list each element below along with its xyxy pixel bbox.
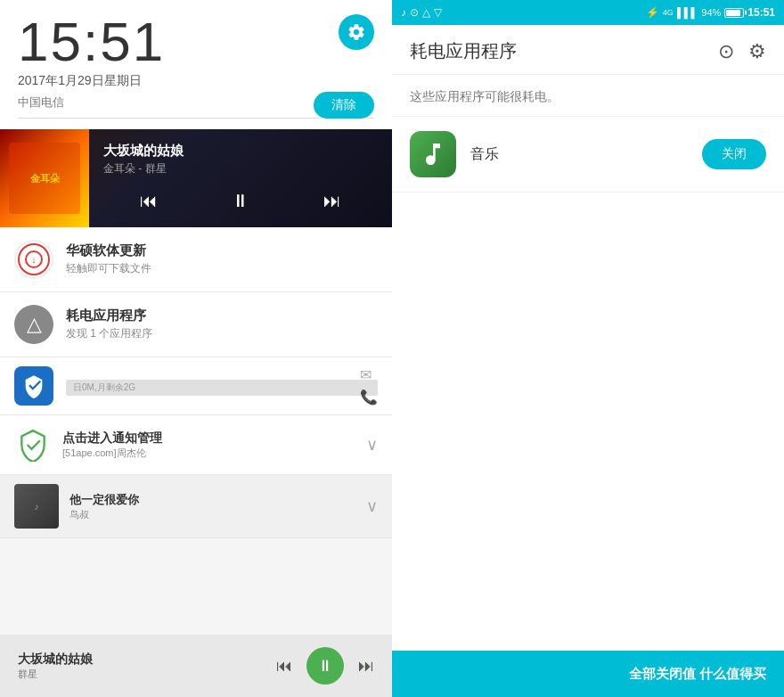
date-display: 2017年1月29日星期日	[18, 73, 374, 89]
bottom-next-button[interactable]: ⏭	[358, 657, 374, 676]
album-art	[0, 129, 89, 227]
shield-icon-wrap	[14, 426, 52, 463]
shield-status-icon: ▽	[434, 6, 442, 19]
app-header: 耗电应用程序 ⊙ ⚙	[392, 25, 784, 75]
tencent-content: 日0M,月剩余2G	[66, 376, 378, 396]
app-description: 这些应用程序可能很耗电。	[392, 75, 784, 117]
prev-button[interactable]: ⏮	[129, 187, 168, 215]
upload-status-icon: △	[422, 6, 430, 19]
left-top-section: 15:51 2017年1月29日星期日 中国电信 清除	[0, 0, 392, 129]
bottom-prev-button[interactable]: ⏮	[276, 657, 292, 676]
music-note-icon	[419, 140, 447, 168]
notif-mgmt-title: 点击进入通知管理	[62, 430, 355, 447]
music-title: 大坂城的姑娘	[103, 143, 378, 160]
notif-mgmt-text: 点击进入通知管理 [51ape.com]周杰伦	[62, 430, 355, 460]
bottom-song-artist: 群星	[18, 668, 265, 681]
asus-icon	[14, 240, 53, 279]
app-header-title: 耗电应用程序	[410, 39, 718, 63]
song-title: 他一定很爱你	[69, 492, 355, 508]
asus-notification[interactable]: 华硕软体更新 轻触即可下载文件	[0, 227, 392, 292]
battery-fill	[726, 10, 740, 16]
asus-notif-title: 华硕软体更新	[66, 242, 378, 259]
bottom-controls: ⏮ ⏸ ⏭	[276, 647, 374, 685]
bottom-song-info: 大坂城的姑娘 群星	[18, 652, 265, 681]
next-button[interactable]: ⏭	[313, 187, 352, 215]
music-artist: 金耳朵 - 群星	[103, 161, 378, 176]
shield-v-icon	[21, 373, 46, 398]
song-artist-text: 鸟叔	[69, 508, 355, 521]
song-thumbnail: ♪	[14, 484, 59, 529]
app-item-music: 音乐 关闭	[392, 117, 784, 193]
battery-indicator	[724, 8, 744, 18]
play-icon: ⏸	[317, 657, 333, 676]
music-content: 大坂城的姑娘 金耳朵 - 群星 ⏮ ⏸ ⏭	[96, 129, 392, 227]
song-item[interactable]: ♪ 他一定很爱你 鸟叔 ∨	[0, 475, 392, 538]
notification-management[interactable]: 点击进入通知管理 [51ape.com]周杰伦 ∨	[0, 415, 392, 475]
chevron-down-icon: ∨	[366, 435, 378, 455]
clock-status-icon: ⊙	[410, 6, 419, 19]
status-right: ⚡ 4G ▌▌▌ 94% 15:51	[646, 6, 775, 19]
tencent-actions: ✉ 📞	[360, 366, 378, 406]
right-bottom-bar: 全部关闭值 什么值得买	[392, 651, 784, 697]
signal-bars: ▌▌▌	[677, 7, 698, 18]
tencent-icon	[14, 366, 53, 406]
status-bar: ♪ ⊙ △ ▽ ⚡ 4G ▌▌▌ 94% 15:51	[392, 0, 784, 25]
clear-button[interactable]: 清除	[314, 92, 374, 119]
status-time: 15:51	[747, 6, 775, 19]
status-left: ♪ ⊙ △ ▽	[401, 6, 442, 19]
music-note-status-icon: ♪	[401, 6, 406, 19]
battery-notif-title: 耗电应用程序	[66, 308, 378, 324]
asus-notif-subtitle: 轻触即可下载文件	[66, 261, 378, 276]
asus-notif-text: 华硕软体更新 轻触即可下载文件	[66, 242, 378, 276]
gear-icon	[347, 22, 366, 42]
asus-arrow	[25, 250, 43, 268]
song-info: 他一定很爱你 鸟叔	[69, 492, 355, 521]
battery-notif-icon: △	[14, 305, 53, 344]
music-controls: ⏮ ⏸ ⏭	[103, 187, 378, 215]
network-indicator: 4G	[663, 8, 674, 17]
phone-icon[interactable]: 📞	[360, 389, 378, 406]
history-icon-button[interactable]: ⊙	[718, 40, 734, 63]
app-name-text: 音乐	[470, 145, 688, 164]
tencent-notification[interactable]: 日0M,月剩余2G ✉ 📞	[0, 357, 392, 415]
bottom-bar-text: 全部关闭值 什么值得买	[629, 666, 766, 683]
close-app-button[interactable]: 关闭	[702, 139, 766, 169]
settings-icon-button-right[interactable]: ⚙	[748, 40, 766, 63]
pause-button[interactable]: ⏸	[221, 187, 260, 215]
mail-icon[interactable]: ✉	[360, 366, 378, 383]
right-content-spacer	[392, 193, 784, 651]
bottom-song-title: 大坂城的姑娘	[18, 652, 265, 668]
battery-notif-text: 耗电应用程序 发现 1 个应用程序	[66, 308, 378, 341]
song-chevron-icon: ∨	[366, 496, 378, 516]
divider	[18, 118, 374, 119]
music-notification[interactable]: 大坂城的姑娘 金耳朵 - 群星 ⏮ ⏸ ⏭	[0, 129, 392, 227]
tencent-bar: 日0M,月剩余2G	[66, 380, 378, 396]
left-bottom-bar: 大坂城的姑娘 群星 ⏮ ⏸ ⏭	[0, 635, 392, 697]
time-display: 15:51	[18, 14, 374, 70]
battery-bar	[724, 8, 744, 18]
bluetooth-status-icon: ⚡	[646, 6, 659, 19]
shield-icon	[16, 428, 50, 462]
tencent-bar-text: 日0M,月剩余2G	[73, 381, 135, 394]
music-app-icon	[410, 131, 456, 177]
notif-mgmt-subtitle: [51ape.com]周杰伦	[62, 447, 355, 460]
battery-notification[interactable]: △ 耗电应用程序 发现 1 个应用程序	[0, 292, 392, 357]
header-icons: ⊙ ⚙	[718, 40, 766, 63]
bottom-play-button[interactable]: ⏸	[306, 647, 344, 685]
left-panel: 15:51 2017年1月29日星期日 中国电信 清除 大坂城的姑娘 金耳朵 -…	[0, 0, 392, 697]
settings-icon-button[interactable]	[339, 14, 374, 50]
right-panel: ♪ ⊙ △ ▽ ⚡ 4G ▌▌▌ 94% 15:51 耗电应用程序 ⊙ ⚙ 这些…	[392, 0, 784, 697]
battery-percentage: 94%	[701, 7, 721, 18]
album-inner	[9, 143, 80, 214]
asus-logo	[18, 243, 50, 275]
battery-notif-subtitle: 发现 1 个应用程序	[66, 326, 378, 341]
